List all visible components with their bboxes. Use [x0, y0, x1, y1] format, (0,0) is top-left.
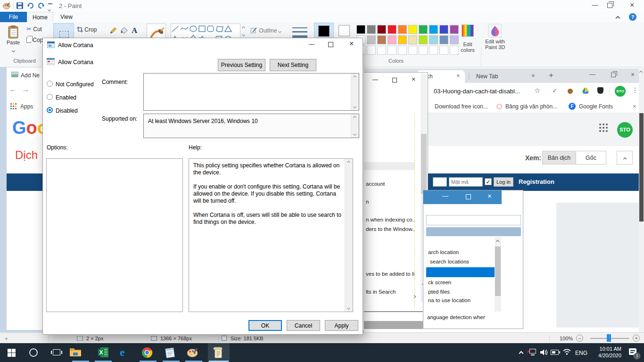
wifi-icon[interactable]	[563, 349, 571, 355]
tab-close-icon[interactable]: ×	[456, 72, 460, 79]
volume-icon[interactable]	[540, 349, 548, 356]
scrollbar-up-icon[interactable]	[639, 71, 643, 74]
shapes-scroll-up-icon[interactable]	[242, 26, 245, 30]
page-apps-grid-icon[interactable]	[599, 123, 609, 133]
palette-color[interactable]	[439, 35, 448, 44]
taskbar-gpedit[interactable]	[213, 347, 223, 358]
radio-not-configured[interactable]	[47, 81, 53, 87]
comment-scrollbar[interactable]	[351, 74, 359, 110]
apply-button[interactable]: Apply	[325, 320, 358, 331]
dialog-maximize-button[interactable]	[328, 42, 333, 47]
crop-button[interactable]: Crop	[77, 26, 97, 33]
help-icon[interactable]: ?	[629, 13, 636, 21]
settings-restore-icon[interactable]	[466, 194, 471, 199]
dialog-minimize-button[interactable]: —	[301, 38, 322, 51]
palette-color[interactable]	[419, 25, 428, 34]
save-icon[interactable]	[17, 2, 23, 9]
bookmark-star-icon[interactable]: ☆	[534, 86, 540, 95]
tray-expand-icon[interactable]	[519, 351, 524, 356]
palette-empty[interactable]	[408, 46, 417, 55]
settings-list-item[interactable]: na to use location	[428, 297, 471, 303]
palette-color[interactable]	[388, 25, 396, 34]
zoom-slider-thumb[interactable]	[607, 334, 611, 342]
remember-checkbox[interactable]: ✓	[485, 178, 492, 185]
username-input[interactable]	[433, 177, 447, 187]
edit-colors-button[interactable]: Edit colors	[456, 25, 479, 53]
shapes-scroll-down-icon[interactable]	[242, 33, 245, 36]
tab2-close-icon[interactable]: ×	[531, 72, 535, 79]
clock-date[interactable]: 4/20/2020	[590, 353, 621, 358]
undo-icon[interactable]	[27, 2, 34, 9]
ok-button[interactable]: OK	[248, 320, 282, 331]
browser-minimize-icon[interactable]: —	[589, 71, 595, 78]
settings-list-item[interactable]: pted files	[428, 289, 450, 295]
supported-scrollbar[interactable]	[351, 114, 359, 138]
taskbar-excel[interactable]: X	[98, 347, 109, 358]
battery-icon[interactable]	[551, 350, 560, 355]
apps-label[interactable]: Apps	[20, 103, 33, 110]
menu-dots-icon[interactable]: ⋮	[632, 86, 638, 94]
browser-close-icon[interactable]: ×	[631, 71, 635, 78]
settings-bottom-row[interactable]: anguage detection wher	[427, 314, 521, 320]
gpedit-minimize-icon[interactable]: —	[372, 76, 378, 83]
taskbar-chrome[interactable]	[141, 347, 153, 358]
tab-view[interactable]: View	[53, 12, 80, 22]
radio-not-configured-label[interactable]: Not Configured	[56, 81, 94, 88]
palette-color[interactable]	[398, 35, 407, 44]
outline-dropdown[interactable]: Outline	[250, 27, 281, 34]
palette-empty[interactable]	[429, 46, 438, 55]
back-icon[interactable]: ←	[9, 85, 17, 94]
tab-file[interactable]: File	[0, 12, 27, 22]
clock-time[interactable]: 10:01 AM	[590, 346, 621, 352]
palette-empty[interactable]	[398, 46, 407, 55]
paint-restore-button[interactable]	[607, 3, 612, 8]
cortana-button[interactable]	[29, 348, 38, 357]
taskbar-edge[interactable]: e	[120, 346, 125, 359]
bookmarks-close-icon[interactable]: ×	[633, 103, 636, 110]
registration-link[interactable]: Registration	[519, 178, 554, 185]
previous-setting-button[interactable]: Previous Setting	[218, 59, 265, 71]
paint-minimize-button[interactable]: —	[586, 0, 604, 12]
login-button[interactable]: Log in	[494, 177, 513, 187]
settings-minimize-icon[interactable]: —	[442, 192, 448, 199]
palette-color[interactable]	[398, 25, 407, 34]
view-original-button[interactable]: Gốc	[576, 151, 606, 165]
palette-color[interactable]	[408, 25, 417, 34]
extension-shield-icon[interactable]	[597, 87, 603, 94]
palette-empty[interactable]	[388, 46, 396, 55]
bookmark-item-1[interactable]: Download free icon...	[435, 103, 488, 110]
extension-drive-icon[interactable]	[582, 88, 589, 94]
gpedit-row[interactable]: ves to be added to li...	[366, 271, 415, 277]
paint-logo-icon[interactable]	[3, 2, 11, 10]
palette-color[interactable]	[439, 25, 448, 34]
profile-avatar[interactable]: STO	[615, 86, 626, 97]
settings-list-scrollbar[interactable]	[495, 237, 501, 312]
url-text[interactable]: 03-Huong-dan-cach-tat-disabl...	[434, 88, 520, 95]
pencil-tool[interactable]	[109, 27, 117, 34]
tab-home[interactable]: Home	[27, 12, 53, 22]
palette-color[interactable]	[367, 35, 376, 44]
palette-color[interactable]	[377, 25, 386, 34]
qat-customize-icon[interactable]	[48, 3, 52, 13]
cancel-button[interactable]: Cancel	[287, 320, 320, 331]
text-tool[interactable]: A	[132, 26, 137, 35]
palette-empty[interactable]	[367, 46, 376, 55]
radio-disabled-label[interactable]: Disabled	[56, 107, 78, 114]
page-avatar[interactable]: STO	[617, 122, 633, 138]
comment-textarea[interactable]	[143, 73, 359, 111]
zoom-in-button[interactable]: +	[633, 335, 640, 342]
gpedit-row[interactable]: lts in Search	[366, 289, 413, 295]
edit-with-paint3d-button[interactable]: Edit with Paint 3D	[482, 24, 508, 50]
view-translate-button[interactable]: Bản dịch	[542, 151, 576, 165]
settings-scroll-thumb[interactable]	[495, 247, 501, 296]
settings-list-item[interactable]: arch location	[428, 249, 459, 255]
gpedit-scroll-right-icon[interactable]	[413, 295, 416, 298]
browser-tab-newtab-label[interactable]: New Tab	[476, 73, 498, 80]
bookmark-add-new[interactable]: Add Ne	[21, 72, 40, 79]
task-view-button[interactable]	[53, 349, 60, 355]
paste-button[interactable]: Paste	[4, 25, 23, 56]
radio-enabled[interactable]	[47, 94, 53, 100]
palette-color[interactable]	[356, 25, 365, 34]
gpedit-close-icon[interactable]: ×	[412, 75, 415, 83]
radio-enabled-label[interactable]: Enabled	[56, 94, 76, 101]
